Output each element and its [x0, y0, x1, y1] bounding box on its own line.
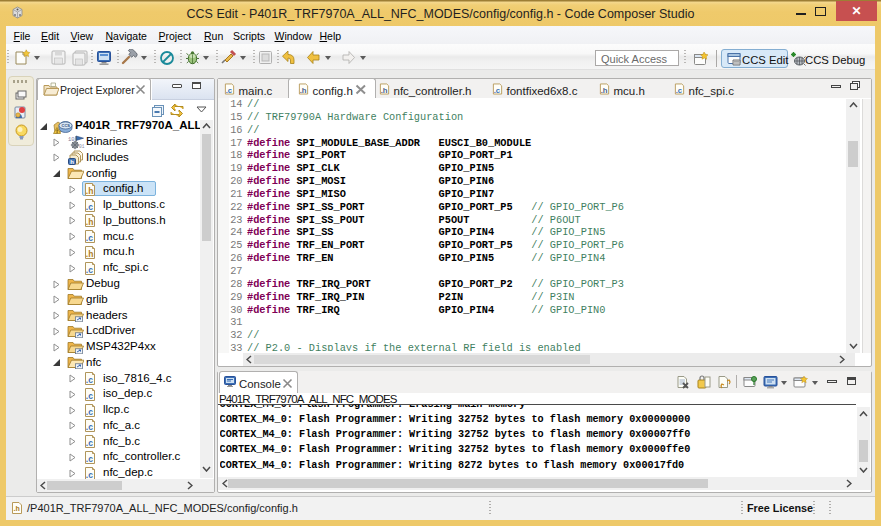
svg-text:.h: .h — [86, 248, 94, 258]
svg-text:.c: .c — [676, 86, 683, 95]
svg-text:.c: .c — [86, 233, 93, 243]
svg-text:01: 01 — [79, 144, 85, 149]
svg-text:.h: .h — [601, 86, 608, 95]
svg-text:.c: .c — [86, 390, 93, 400]
svg-text:.h: .h — [14, 505, 20, 512]
svg-text:.c: .c — [86, 406, 93, 416]
svg-text:.c: .c — [86, 453, 93, 463]
svg-text:CCS: CCS — [62, 123, 71, 128]
svg-text:.c: .c — [86, 375, 93, 385]
svg-text:.c: .c — [86, 264, 93, 274]
svg-text:.c: .c — [86, 422, 93, 432]
svg-text:.c: .c — [494, 86, 501, 95]
svg-text:.c: .c — [226, 86, 233, 95]
svg-text:.c: .c — [86, 438, 93, 448]
svg-text:.h: .h — [381, 86, 388, 95]
svg-text:.h: .h — [300, 86, 307, 95]
svg-text:.c: .c — [86, 469, 93, 479]
svg-text:.h: .h — [86, 217, 94, 227]
svg-text:.c: .c — [86, 201, 93, 211]
svg-text:h: h — [70, 159, 74, 165]
svg-text:.h: .h — [86, 185, 94, 195]
